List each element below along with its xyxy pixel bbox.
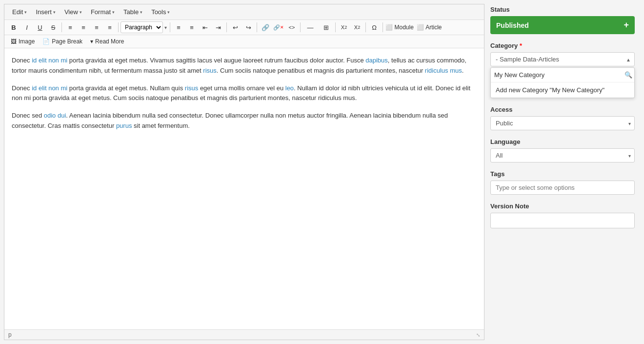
paragraph-3: Donec sed odio dui. Aenean lacinia biben… (12, 111, 477, 131)
align-left-button[interactable]: ≡ (64, 21, 77, 33)
strikethrough-button[interactable]: S (47, 21, 60, 33)
paragraph-1: Donec id elit non mi porta gravida at eg… (12, 56, 477, 76)
hr-button[interactable]: — (302, 21, 318, 33)
separator6 (300, 22, 301, 32)
menu-table[interactable]: Table ▾ (120, 6, 146, 18)
link-3[interactable]: risus (203, 67, 216, 74)
view-arrow: ▾ (80, 10, 82, 15)
align-justify-button[interactable]: ≡ (103, 21, 116, 33)
code-button[interactable]: <> (285, 21, 298, 33)
module-button[interactable]: ⬜ Module (385, 21, 414, 33)
table-insert-button[interactable]: ⊞ (319, 21, 333, 33)
language-label: Language (490, 138, 635, 145)
category-select[interactable]: - Sample Data-Articles (490, 52, 635, 66)
page-break-button[interactable]: 📄 Page Break (39, 37, 86, 46)
menu-edit[interactable]: Edit ▾ (8, 6, 31, 18)
image-icon: 🖼 (11, 38, 17, 45)
menu-bar: Edit ▾ Insert ▾ View ▾ Format ▾ Table ▾ … (4, 4, 484, 20)
unordered-list-button[interactable]: ≡ (172, 21, 185, 33)
separator7 (335, 22, 336, 32)
tags-input[interactable] (490, 181, 635, 195)
resize-handle[interactable]: ⤡ (476, 332, 480, 338)
outdent-button[interactable]: ⇤ (199, 21, 211, 33)
editor-container: Edit ▾ Insert ▾ View ▾ Format ▾ Table ▾ … (4, 4, 484, 340)
link-7[interactable]: leo (285, 84, 294, 92)
link-4[interactable]: ridiculus mus (425, 67, 462, 74)
status-section: Status Published + (490, 6, 635, 34)
link-2[interactable]: dapibus (365, 57, 388, 64)
paragraph-arrow: ▾ (164, 25, 167, 30)
separator4 (226, 22, 227, 32)
edit-arrow: ▾ (24, 10, 27, 15)
category-required: * (518, 42, 522, 49)
tools-arrow: ▾ (167, 10, 170, 15)
link-6[interactable]: risus (185, 84, 198, 92)
indent-button[interactable]: ⇥ (212, 21, 224, 33)
access-select-wrapper: Public ▾ (490, 116, 635, 130)
category-search-wrapper: 🔍 (491, 68, 634, 82)
separator1 (61, 22, 62, 32)
version-note-input[interactable] (490, 213, 635, 228)
menu-format[interactable]: Format ▾ (87, 6, 119, 18)
category-search-button[interactable]: 🔍 (624, 71, 632, 79)
separator9 (382, 22, 383, 32)
subscript-button[interactable]: X2 (338, 21, 350, 33)
status-button[interactable]: Published + (490, 16, 635, 34)
italic-button[interactable]: I (20, 21, 33, 33)
editor-statusbar: p ⤡ (4, 329, 484, 340)
separator8 (365, 22, 366, 32)
category-dropdown: 🔍 Add new Category "My New Category" (490, 67, 635, 98)
menu-view[interactable]: View ▾ (60, 6, 86, 18)
category-select-wrapper: - Sample Data-Articles ▲ (490, 52, 635, 66)
language-section: Language All ▾ (490, 138, 635, 162)
category-search-input[interactable] (493, 70, 624, 80)
underline-button[interactable]: U (34, 21, 46, 33)
image-button[interactable]: 🖼 Image (7, 37, 38, 46)
status-value: Published (496, 21, 529, 29)
superscript-button[interactable]: X2 (351, 21, 363, 33)
access-label: Access (490, 106, 635, 113)
bold-button[interactable]: B (7, 21, 20, 33)
insert-arrow: ▾ (53, 10, 56, 15)
link-9[interactable]: purus (116, 122, 132, 129)
menu-tools[interactable]: Tools ▾ (147, 6, 174, 18)
align-center-button[interactable]: ≡ (77, 21, 90, 33)
article-button[interactable]: ⬜ Article (415, 21, 444, 33)
link-button[interactable]: 🔗 (259, 21, 272, 33)
category-add-option[interactable]: Add new Category "My New Category" (491, 82, 634, 98)
link-1[interactable]: id elit non mi (32, 57, 67, 64)
align-right-button[interactable]: ≡ (90, 21, 103, 33)
tags-label: Tags (490, 170, 635, 178)
access-select[interactable]: Public (490, 116, 635, 130)
status-plus-icon: + (624, 20, 629, 30)
link-8[interactable]: odio dui (44, 112, 66, 119)
separator3 (170, 22, 170, 32)
version-note-label: Version Note (490, 202, 635, 210)
language-select[interactable]: All (490, 148, 635, 162)
editor-content[interactable]: Donec id elit non mi porta gravida at eg… (4, 48, 484, 329)
tags-section: Tags (490, 170, 635, 195)
category-section: Category * - Sample Data-Articles ▲ 🔍 Ad… (490, 42, 635, 98)
language-select-wrapper: All ▾ (490, 148, 635, 162)
version-note-section: Version Note (490, 202, 635, 228)
menu-insert[interactable]: Insert ▾ (32, 6, 60, 18)
toolbar-row1: B I U S ≡ ≡ ≡ ≡ Paragraph ▾ ≡ ≡ ⇤ ⇥ ↩ ↪ … (4, 20, 484, 35)
read-more-button[interactable]: ▾ Read More (87, 37, 127, 46)
status-label: Status (490, 6, 635, 13)
access-section: Access Public ▾ (490, 106, 635, 130)
page-break-icon: 📄 (42, 38, 50, 45)
status-tag: p (8, 331, 12, 338)
table-arrow: ▾ (140, 10, 142, 15)
paragraph-select[interactable]: Paragraph (121, 21, 163, 33)
separator2 (118, 22, 119, 32)
sidebar: Status Published + Category * - Sample D… (484, 0, 641, 344)
separator5 (257, 22, 257, 32)
special-chars-button[interactable]: Ω (368, 21, 381, 33)
category-label: Category * (490, 42, 635, 49)
undo-button[interactable]: ↩ (229, 21, 242, 33)
ordered-list-button[interactable]: ≡ (185, 21, 198, 33)
toolbar-row2: 🖼 Image 📄 Page Break ▾ Read More (4, 35, 484, 48)
link-5[interactable]: id elit non mi (32, 84, 67, 92)
redo-button[interactable]: ↪ (242, 21, 255, 33)
unlink-button[interactable]: 🔗✕ (272, 21, 285, 33)
